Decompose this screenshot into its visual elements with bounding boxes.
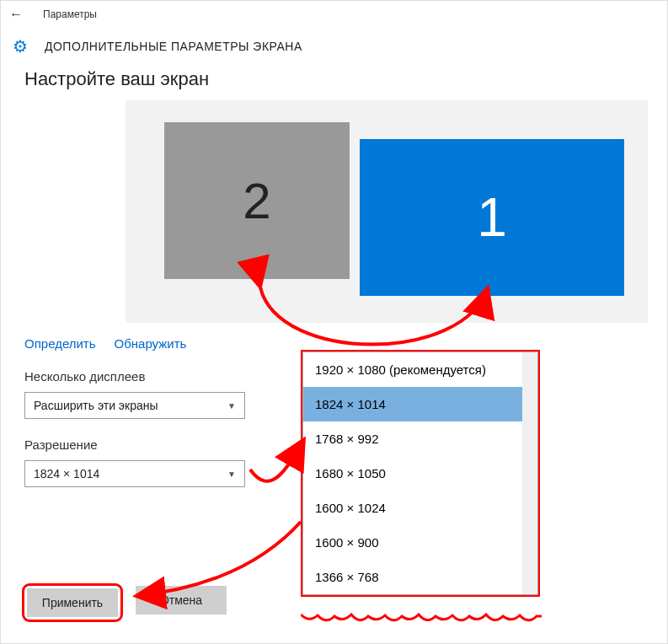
resolution-option[interactable]: 1680 × 1050: [303, 456, 537, 491]
gear-icon: ⚙: [13, 36, 28, 56]
resolution-combo[interactable]: 1824 × 1014 ▼: [24, 460, 245, 487]
resolution-option[interactable]: 1600 × 1024: [303, 491, 537, 525]
resolution-dropdown[interactable]: 1920 × 1080 (рекомендуется)1824 × 101417…: [302, 352, 538, 595]
detect-link[interactable]: Обнаружить: [115, 336, 187, 351]
resolution-option[interactable]: 1920 × 1080 (рекомендуется): [303, 352, 537, 387]
apply-button[interactable]: Применить: [27, 588, 118, 617]
multiple-displays-combo[interactable]: Расширить эти экраны ▼: [24, 392, 245, 419]
resolution-option[interactable]: 1600 × 900: [303, 525, 537, 560]
page-heading: Настройте ваш экран: [24, 68, 644, 90]
chevron-down-icon: ▼: [227, 470, 236, 479]
monitor-2-label: 2: [243, 172, 270, 230]
multiple-displays-value: Расширить эти экраны: [34, 399, 158, 412]
back-button[interactable]: ←: [9, 7, 23, 22]
resolution-option[interactable]: 1366 × 768: [303, 560, 537, 594]
cancel-button[interactable]: Отмена: [136, 586, 227, 614]
chevron-down-icon: ▼: [227, 401, 236, 411]
display-arrangement-area[interactable]: 2 1: [126, 100, 648, 323]
window-title: Параметры: [43, 8, 97, 20]
resolution-option[interactable]: 1768 × 992: [303, 421, 537, 456]
resolution-option[interactable]: 1824 × 1014: [303, 387, 537, 421]
monitor-1[interactable]: 1: [360, 139, 624, 296]
resolution-value: 1824 × 1014: [34, 467, 99, 480]
identify-link[interactable]: Определить: [24, 336, 96, 351]
apply-highlight-annotation: Применить: [24, 586, 120, 620]
torn-edge-annotation: [301, 611, 542, 626]
monitor-1-label: 1: [477, 186, 507, 249]
page-subtitle: ДОПОЛНИТЕЛЬНЫЕ ПАРАМЕТРЫ ЭКРАНА: [45, 40, 302, 53]
dropdown-scrollbar[interactable]: [522, 352, 537, 594]
monitor-2[interactable]: 2: [164, 122, 350, 279]
